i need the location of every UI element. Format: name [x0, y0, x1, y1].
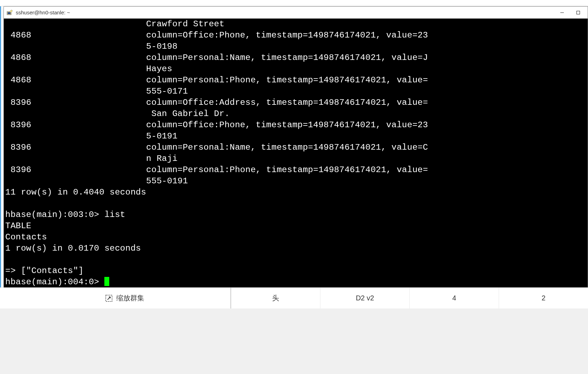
terminal-line: 5-0198: [5, 42, 178, 51]
terminal-prompt: hbase(main):004:0>: [5, 277, 104, 287]
terminal-line: 8396 column=Personal:Name, timestamp=149…: [5, 143, 428, 152]
title-bar: sshuser@hn0-stanle: ~: [4, 7, 588, 19]
terminal-line: 11 row(s) in 0.4040 seconds: [5, 188, 146, 197]
terminal-line: 8396 column=Office:Phone, timestamp=1498…: [5, 120, 428, 130]
terminal-line: => ["Contacts"]: [5, 266, 84, 276]
terminal-line: San Gabriel Dr.: [5, 109, 230, 118]
terminal-window: sshuser@hn0-stanle: ~ Crawford Street 48…: [4, 6, 588, 288]
table-header-cell[interactable]: D2 v2: [320, 288, 410, 308]
terminal-line: 555-0171: [5, 87, 188, 96]
terminal-output[interactable]: Crawford Street 4868 column=Office:Phone…: [4, 19, 588, 288]
terminal-line: 1 row(s) in 0.0170 seconds: [5, 244, 141, 253]
table-header-cell[interactable]: 4: [410, 288, 499, 308]
putty-icon: [7, 9, 13, 16]
table-header-cell[interactable]: 2: [499, 288, 588, 308]
scale-cluster-item[interactable]: 缩放群集: [105, 293, 144, 303]
terminal-line: 555-0191: [5, 176, 188, 186]
svg-rect-1: [8, 12, 11, 14]
bottom-panel: 缩放群集 头 D2 v2 4 2: [0, 287, 588, 308]
bottom-table: 头 D2 v2 4 2: [231, 287, 588, 308]
cursor-block: [104, 277, 109, 286]
bottom-left-panel: 缩放群集: [0, 287, 231, 308]
background-toolbar: [0, 0, 588, 6]
terminal-line: Crawford Street: [5, 19, 224, 29]
left-edge-decoration: [0, 6, 4, 287]
terminal-line: 4868 column=Personal:Phone, timestamp=14…: [5, 75, 428, 85]
table-header-cell[interactable]: 头: [231, 288, 320, 308]
terminal-line: TABLE: [5, 221, 32, 231]
window-controls: [554, 7, 586, 18]
terminal-line: n Raji: [5, 154, 178, 163]
terminal-line: Hayes: [5, 64, 172, 74]
terminal-line: Contacts: [5, 232, 47, 242]
scale-cluster-label: 缩放群集: [116, 293, 144, 303]
terminal-line: 8396 column=Office:Address, timestamp=14…: [5, 98, 428, 107]
maximize-button[interactable]: [570, 7, 586, 18]
terminal-line: 5-0191: [5, 131, 178, 141]
svg-rect-3: [577, 11, 580, 14]
window-title: sshuser@hn0-stanle: ~: [16, 9, 554, 15]
terminal-line: hbase(main):003:0> list: [5, 210, 125, 219]
terminal-line: 4868 column=Office:Phone, timestamp=1498…: [5, 30, 428, 40]
minimize-button[interactable]: [554, 7, 570, 18]
terminal-line: 4868 column=Personal:Name, timestamp=149…: [5, 53, 428, 62]
scale-icon: [105, 294, 113, 302]
terminal-line: 8396 column=Personal:Phone, timestamp=14…: [5, 165, 428, 175]
